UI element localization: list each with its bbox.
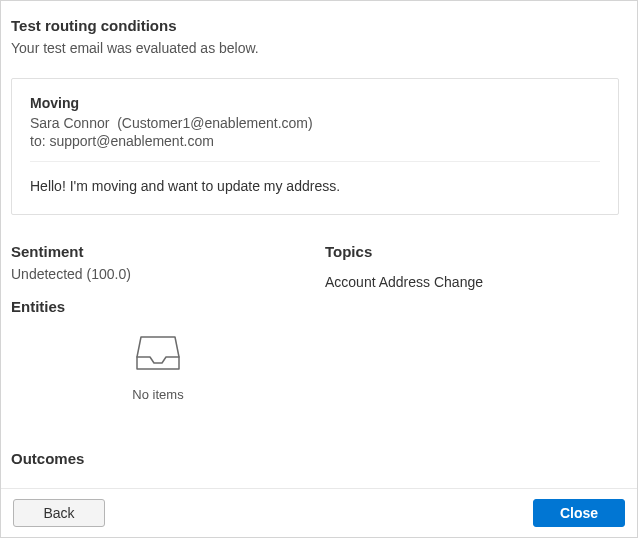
- email-from-email: (Customer1@enablement.com): [117, 115, 313, 131]
- sentiment-heading: Sentiment: [11, 243, 305, 260]
- entities-empty-state: No items: [11, 333, 305, 402]
- inbox-icon: [135, 333, 181, 373]
- left-col: Sentiment Undetected (100.0) Entities No…: [11, 243, 305, 442]
- email-from-name: Sara Connor: [30, 115, 109, 131]
- dialog-title: Test routing conditions: [11, 17, 619, 34]
- right-col: Topics Account Address Change: [325, 243, 619, 442]
- email-to-prefix: to:: [30, 133, 46, 149]
- email-from: Sara Connor (Customer1@enablement.com): [30, 115, 600, 131]
- email-divider: [30, 161, 600, 162]
- outcomes-heading: Outcomes: [11, 450, 619, 467]
- dialog-content[interactable]: Test routing conditions Your test email …: [1, 1, 637, 488]
- back-button[interactable]: Back: [13, 499, 105, 527]
- topics-heading: Topics: [325, 243, 619, 260]
- dialog-subtitle: Your test email was evaluated as below.: [11, 40, 619, 56]
- email-to-email: support@enablement.com: [49, 133, 213, 149]
- close-button[interactable]: Close: [533, 499, 625, 527]
- email-to: to: support@enablement.com: [30, 133, 600, 149]
- topics-value: Account Address Change: [325, 274, 619, 290]
- sentiment-value: Undetected (100.0): [11, 266, 305, 282]
- entities-heading: Entities: [11, 298, 305, 315]
- email-body: Hello! I'm moving and want to update my …: [30, 178, 600, 194]
- email-card: Moving Sara Connor (Customer1@enablement…: [11, 78, 619, 215]
- analysis-row: Sentiment Undetected (100.0) Entities No…: [11, 243, 619, 442]
- email-subject: Moving: [30, 95, 600, 111]
- outcomes-section: Outcomes: [11, 450, 619, 467]
- test-routing-dialog: Test routing conditions Your test email …: [0, 0, 638, 538]
- dialog-footer: Back Close: [1, 488, 637, 537]
- no-items-text: No items: [132, 387, 183, 402]
